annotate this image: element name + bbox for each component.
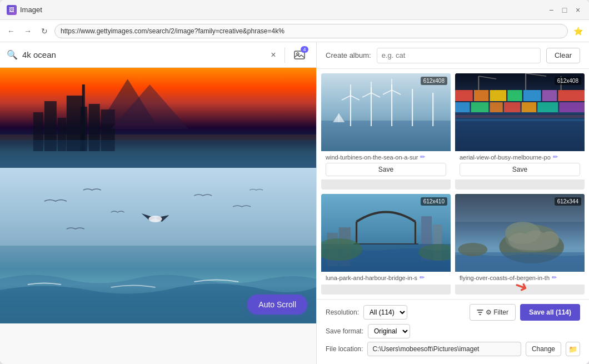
search-input[interactable] [22, 50, 262, 59]
img-info-2: luna-park-and-harbour-bridge-in-s ✏ [321, 272, 451, 285]
svg-rect-37 [507, 90, 522, 101]
bookmark-button[interactable]: ⭐ [571, 24, 585, 38]
grid-badge-3: 612x344 [555, 197, 581, 206]
svg-rect-45 [522, 102, 536, 112]
grid-item-wind-turbines: 612x408 wind-turbines-on-the-sea-on-a-su… [321, 73, 451, 190]
resolution-label: Resolution: [326, 308, 359, 316]
bergen-image [455, 194, 585, 272]
svg-rect-44 [504, 102, 521, 112]
left-image-city [0, 68, 316, 168]
clear-button[interactable]: Clear [546, 48, 580, 63]
melbourne-port-image [455, 73, 585, 151]
grid-img-wrap-1: 612x408 [455, 73, 585, 151]
svg-rect-55 [455, 119, 585, 121]
svg-rect-42 [471, 102, 489, 112]
search-badge: 4 [301, 46, 308, 53]
save-button-1[interactable]: Save [460, 163, 580, 176]
svg-rect-43 [490, 102, 502, 112]
svg-rect-40 [558, 90, 585, 101]
main-content: 🔍 × 4 [0, 42, 589, 364]
app-window: 🖼 Imaget − □ × ← → ↻ ⭐ 🔍 × [0, 0, 589, 364]
save-button-0[interactable]: Save [326, 163, 446, 176]
url-input[interactable] [54, 24, 568, 38]
right-panel: Create album: Clear [317, 42, 589, 364]
album-label: Create album: [326, 51, 371, 59]
address-bar: ← → ↻ ⭐ [0, 20, 589, 42]
format-row: Save format: Original [326, 324, 580, 338]
search-divider [284, 47, 285, 63]
save-format-label: Save format: [326, 327, 363, 335]
grid-item-luna-park: 612x410 luna-park-and-harbour-bridge-in-… [321, 194, 451, 295]
wind-turbines-image [321, 73, 451, 151]
resolution-row: Resolution: All (114) ⚙ Filter Save all … [326, 304, 580, 321]
filter-icon [477, 309, 483, 316]
svg-rect-46 [537, 102, 558, 112]
svg-rect-34 [455, 90, 473, 101]
grid-img-wrap-3: 612x344 [455, 194, 585, 272]
svg-point-15 [149, 216, 162, 222]
back-button[interactable]: ← [4, 24, 18, 38]
search-clear-button[interactable]: × [267, 48, 280, 62]
svg-rect-14 [0, 168, 316, 246]
img-name-0: wind-turbines-on-the-sea-on-a-sur ✏ [326, 153, 446, 161]
svg-rect-36 [490, 90, 506, 101]
grid-img-wrap-0: 612x408 [321, 73, 451, 151]
edit-icon-0[interactable]: ✏ [420, 153, 425, 161]
app-icon: 🖼 [7, 5, 17, 15]
edit-icon-3[interactable]: ✏ [552, 274, 557, 281]
grid-item-melbourne: 612x408 aerial-view-of-busy-melbourne-po… [455, 73, 585, 190]
image-search-button[interactable]: 4 [289, 45, 310, 65]
svg-rect-38 [523, 90, 541, 101]
img-info-1: aerial-view-of-busy-melbourne-po ✏ Save [455, 151, 585, 179]
minimize-button[interactable]: − [547, 6, 556, 14]
luna-park-image [321, 194, 451, 272]
svg-rect-17 [321, 121, 451, 151]
window-controls: − □ × [547, 6, 582, 14]
refresh-button[interactable]: ↻ [38, 24, 51, 38]
change-button[interactable]: Change [526, 342, 561, 356]
search-bar: 🔍 × 4 [0, 42, 316, 68]
album-header: Create album: Clear [317, 42, 589, 69]
save-all-button[interactable]: Save all (114) [520, 304, 580, 321]
svg-rect-13 [0, 140, 316, 168]
format-select[interactable]: Original [368, 324, 410, 338]
auto-scroll-button[interactable]: Auto Scroll [247, 295, 307, 315]
close-button[interactable]: × [573, 6, 582, 14]
file-location-input[interactable] [367, 342, 521, 356]
folder-button[interactable]: 📁 [566, 342, 580, 356]
grid-img-wrap-2: 612x410 [321, 194, 451, 272]
bottom-controls: ➜ Resolution: All (114) ⚙ Filter Save al… [317, 299, 589, 364]
svg-rect-41 [455, 102, 470, 112]
svg-rect-39 [542, 90, 557, 101]
title-bar: 🖼 Imaget − □ × [0, 0, 589, 20]
svg-rect-47 [559, 102, 585, 112]
grid-badge-1: 612x408 [555, 77, 581, 85]
app-title: Imaget [20, 6, 547, 14]
maximize-button[interactable]: □ [560, 6, 569, 14]
svg-point-72 [458, 243, 487, 256]
album-input[interactable] [377, 48, 541, 63]
left-image-birds: Auto Scroll [0, 168, 316, 323]
grid-badge-0: 612x408 [421, 77, 447, 85]
left-panel: 🔍 × 4 [0, 42, 317, 364]
svg-rect-54 [455, 115, 585, 118]
grid-badge-2: 612x410 [421, 197, 447, 206]
img-info-0: wind-turbines-on-the-sea-on-a-sur ✏ Save [321, 151, 451, 179]
edit-icon-2[interactable]: ✏ [420, 274, 425, 281]
img-name-2: luna-park-and-harbour-bridge-in-s ✏ [326, 274, 446, 281]
images-grid: 612x408 wind-turbines-on-the-sea-on-a-su… [317, 69, 589, 299]
filter-button[interactable]: ⚙ Filter [470, 304, 516, 321]
left-images-scroll[interactable]: Auto Scroll [0, 68, 316, 364]
forward-button[interactable]: → [21, 24, 34, 38]
file-location-row: File location: Change 📁 [326, 342, 580, 356]
edit-icon-1[interactable]: ✏ [553, 153, 558, 161]
resolution-select[interactable]: All (114) [363, 305, 407, 320]
svg-rect-35 [474, 90, 488, 101]
search-icon: 🔍 [7, 49, 18, 60]
file-location-label: File location: [326, 345, 363, 353]
img-name-1: aerial-view-of-busy-melbourne-po ✏ [460, 153, 580, 161]
city-sunset-image [0, 68, 316, 168]
